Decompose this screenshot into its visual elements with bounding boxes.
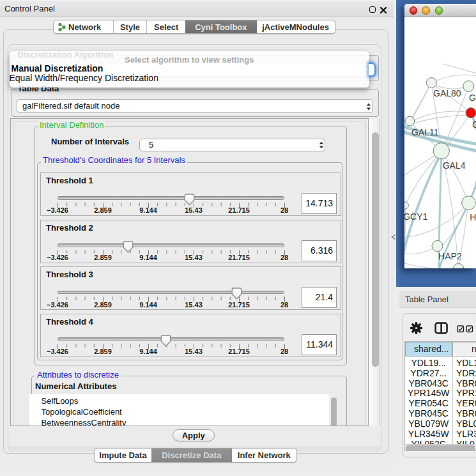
svg-text:GAL5: GAL5 xyxy=(469,93,476,103)
svg-text:GAL11: GAL11 xyxy=(411,127,439,137)
svg-text:GCY1: GCY1 xyxy=(404,211,427,222)
svg-text:HAP2: HAP2 xyxy=(438,251,462,261)
svg-text:GAL4: GAL4 xyxy=(443,160,466,171)
svg-text:CY: CY xyxy=(472,119,476,130)
svg-text:GAL80: GAL80 xyxy=(433,88,461,98)
svg-text:HI: HI xyxy=(470,212,476,222)
